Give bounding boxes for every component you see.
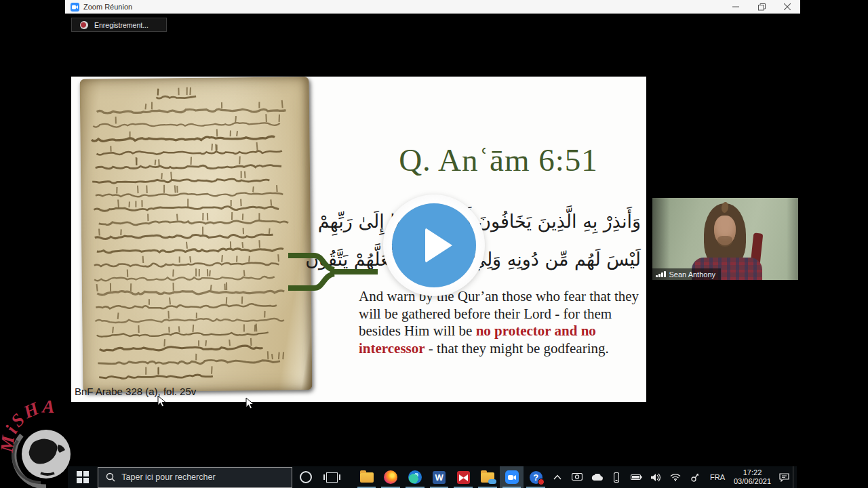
cortana-button[interactable]	[292, 466, 319, 488]
participant-name-tag: Sean Anthony	[652, 268, 721, 280]
minimize-button[interactable]	[723, 0, 749, 14]
taskbar-app-get-help[interactable]: ?	[524, 466, 548, 488]
mouse-cursor	[157, 395, 167, 409]
taskbar-search-input[interactable]: Taper ici pour rechercher	[98, 467, 292, 488]
tray-zoom-icon[interactable]	[568, 466, 587, 488]
tray-volume-icon[interactable]	[646, 466, 666, 488]
window-title: Zoom Réunion	[83, 3, 132, 11]
manuscript-caption: BnF Arabe 328 (a), fol. 25v	[75, 386, 196, 397]
tray-chevron-up[interactable]	[548, 466, 568, 488]
window-titlebar: Zoom Réunion	[65, 0, 800, 14]
manuscript-script-lines	[80, 77, 313, 392]
tray-usb-device-icon[interactable]	[607, 466, 627, 488]
word-icon: W	[433, 471, 446, 484]
signal-bars-icon	[656, 271, 666, 277]
tray-onedrive-icon[interactable]	[587, 466, 607, 488]
tray-battery-icon[interactable]	[627, 466, 646, 488]
cortana-icon	[300, 471, 312, 483]
folder-cloud-icon	[481, 472, 494, 483]
clock-date: 03/06/2021	[734, 477, 771, 486]
firefox-icon	[384, 470, 397, 484]
task-view-button[interactable]	[319, 466, 345, 488]
search-icon	[106, 472, 115, 482]
action-center-button[interactable]	[775, 466, 793, 488]
zoom-app-icon	[71, 3, 79, 12]
presentation-slide: BnF Arabe 328 (a), fol. 25v Q. Anʿām 6:5…	[71, 77, 646, 402]
video-vignette	[652, 198, 798, 280]
play-button-circle	[392, 203, 476, 287]
slide-title: Q. Anʿām 6:51	[356, 142, 641, 178]
recording-label: Enregistrement...	[94, 21, 149, 29]
taskbar-app-word[interactable]: W	[427, 466, 452, 488]
clock-time: 17:22	[734, 468, 771, 477]
mouse-cursor-2	[245, 397, 255, 411]
language-indicator[interactable]: FRA	[705, 473, 730, 481]
recording-icon	[80, 21, 88, 29]
taskbar-app-acrobat[interactable]	[451, 466, 475, 488]
notification-badge	[538, 479, 545, 485]
participant-video[interactable]: Sean Anthony	[652, 198, 798, 280]
screen-share-area: BnF Arabe 328 (a), fol. 25v Q. Anʿām 6:5…	[71, 44, 646, 437]
start-button[interactable]	[68, 466, 98, 488]
taskbar-app-file-explorer[interactable]	[355, 466, 379, 488]
get-help-icon: ?	[530, 471, 542, 484]
video-play-button[interactable]	[383, 195, 485, 296]
translation-text: And warn by the Qur’an those who fear th…	[359, 288, 644, 357]
restore-button[interactable]	[749, 0, 774, 14]
task-view-icon	[326, 472, 338, 483]
screen: Zoom Réunion Enregistrement... BnF Arabe…	[0, 0, 868, 488]
taskbar-clock[interactable]: 17:22 03/06/2021	[730, 468, 775, 486]
edge-icon	[408, 470, 422, 484]
taskbar-app-folder[interactable]	[475, 466, 500, 488]
tray-bluetooth-icon[interactable]	[686, 466, 705, 488]
translation-part2: - that they might be godfearing.	[425, 340, 609, 357]
show-desktop-button[interactable]	[793, 466, 797, 488]
taskbar-app-edge[interactable]	[403, 466, 427, 488]
play-icon	[425, 228, 452, 263]
file-explorer-icon	[360, 472, 374, 483]
search-placeholder: Taper ici pour rechercher	[121, 472, 215, 482]
taskbar-app-firefox[interactable]	[378, 466, 403, 488]
zoom-taskbar-icon	[505, 470, 519, 484]
participant-name: Sean Anthony	[669, 270, 716, 279]
recording-indicator[interactable]: Enregistrement...	[71, 18, 167, 32]
tray-wifi-icon[interactable]	[666, 466, 686, 488]
taskbar-app-zoom[interactable]	[500, 466, 524, 488]
windows-logo-icon	[77, 471, 89, 483]
manuscript-image	[80, 77, 313, 392]
windows-taskbar: Taper ici pour rechercher W	[68, 466, 797, 488]
close-button[interactable]	[774, 0, 800, 14]
acrobat-icon	[457, 471, 470, 484]
